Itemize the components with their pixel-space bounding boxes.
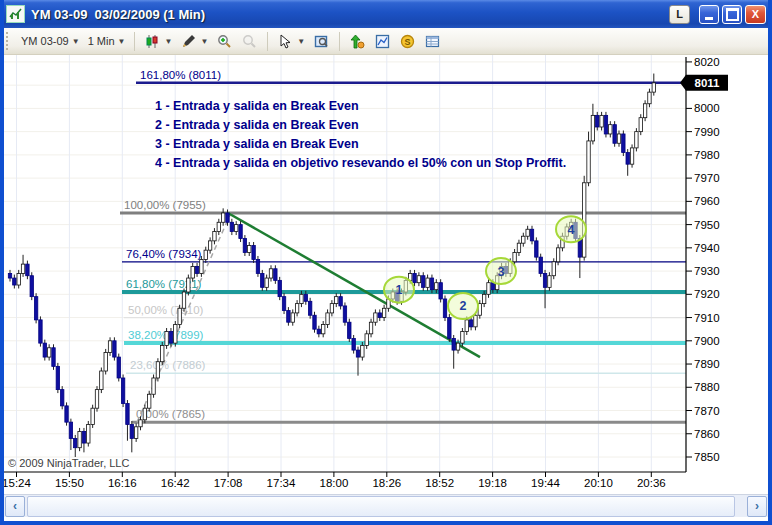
candle-body [617, 134, 620, 143]
candle-body [274, 269, 277, 281]
chart-trader-icon [349, 33, 366, 50]
candle-body [343, 306, 346, 322]
minimize-button[interactable] [699, 5, 719, 24]
fib-label-23-60: 23,60% (7886) [130, 359, 206, 371]
candle-body [539, 257, 542, 273]
marker-label-1: 1 [396, 283, 403, 297]
candle-body [217, 222, 220, 231]
x-tick-label: 20:10 [584, 477, 613, 489]
candle-body [187, 278, 190, 292]
candle-body [269, 269, 272, 278]
candle-body [39, 320, 42, 343]
toolbar: YM 03-09 ▼ 1 Min ▼ ▼ ▼ [0, 28, 772, 55]
candle-body [143, 408, 146, 420]
candle-body [21, 264, 24, 273]
annotation-text: 2 - Entrada y salida en Break Even [155, 118, 359, 132]
data-box-icon [313, 33, 330, 50]
candle-body [365, 334, 368, 346]
candle-body [487, 283, 490, 295]
candle-body [469, 320, 472, 327]
horizontal-scrollbar[interactable]: ‹ › [4, 494, 768, 517]
data-grid-button[interactable] [420, 31, 445, 52]
candle-body [152, 378, 155, 394]
candle-body [382, 308, 385, 317]
candle-body [417, 276, 420, 283]
chart-window-icon [374, 33, 391, 50]
cursor-button[interactable]: ▼ [273, 31, 309, 52]
candle-body [339, 297, 342, 306]
candle-body [356, 350, 359, 357]
instrument-selector[interactable]: YM 03-09 ▼ [17, 33, 84, 49]
account-dollar-button[interactable]: S [395, 31, 420, 52]
chart-trader-button[interactable] [345, 31, 370, 52]
y-tick-label: 7870 [694, 405, 720, 417]
maximize-button[interactable] [722, 5, 742, 24]
candle-body [513, 252, 516, 261]
candle-body [648, 92, 651, 104]
candle-body [517, 243, 520, 252]
scroll-left-button[interactable]: ‹ [5, 496, 25, 517]
chart-area[interactable]: 161,80% (8011)100,00% (7955)76,40% (7934… [4, 55, 768, 493]
candle-body [26, 264, 29, 276]
x-tick-label: 18:00 [320, 477, 349, 489]
candle-body [174, 325, 177, 344]
candle-body [522, 236, 525, 243]
x-tick-label: 19:44 [531, 477, 560, 489]
candle-body [78, 431, 81, 447]
candle-body [208, 241, 211, 250]
zoom-in-button[interactable] [212, 31, 237, 52]
toolbar-grip[interactable] [6, 32, 12, 50]
y-tick-label: 7890 [694, 358, 720, 370]
price-chart-canvas[interactable]: 161,80% (8011)100,00% (7955)76,40% (7934… [4, 55, 768, 493]
candle-body [378, 313, 381, 318]
candle-body [87, 424, 90, 443]
candle-body [282, 297, 285, 311]
toolbar-separator [134, 32, 135, 51]
candle-body [200, 259, 203, 273]
zoom-out-button[interactable] [237, 31, 262, 52]
candle-body [261, 273, 264, 287]
candle-body [474, 315, 477, 327]
candle-body [326, 313, 329, 325]
candle-body [530, 229, 533, 241]
candle-body [13, 278, 16, 285]
chart-style-button[interactable]: ▼ [140, 31, 176, 52]
candle-body [604, 115, 607, 134]
candle-body [639, 118, 642, 132]
interval-selector[interactable]: 1 Min ▼ [84, 33, 130, 49]
y-tick-label: 7900 [694, 335, 720, 347]
annotation-text: 3 - Entrada y salida en Break Even [155, 137, 359, 151]
chevron-down-icon: ▼ [164, 37, 172, 46]
close-button[interactable]: X [745, 5, 766, 24]
candle-body [243, 239, 246, 253]
copyright-label: © 2009 NinjaTrader, LLC [8, 457, 129, 469]
candle-body [95, 390, 98, 409]
candle-body [182, 292, 185, 308]
link-button[interactable]: L [669, 5, 690, 24]
candle-body [130, 424, 133, 438]
scrollbar-thumb[interactable] [27, 496, 735, 517]
candle-body [169, 332, 172, 344]
candle-body [248, 246, 251, 253]
candle-body [456, 343, 459, 350]
y-tick-label: 7920 [694, 288, 720, 300]
zoom-out-icon [241, 33, 258, 50]
scroll-right-button[interactable]: › [747, 496, 767, 517]
candle-body [52, 348, 55, 367]
x-tick-label: 15:24 [4, 477, 31, 489]
minimize-icon [705, 17, 713, 20]
marker-label-3: 3 [498, 265, 505, 279]
annotation-text: 1 - Entrada y salida en Break Even [155, 99, 359, 113]
candle-body [652, 83, 655, 92]
title-bar[interactable]: YM 03-09 03/02/2009 (1 Min) L X [0, 0, 772, 28]
y-tick-label: 7990 [694, 126, 720, 138]
data-box-button[interactable] [309, 31, 334, 52]
chevron-down-icon: ▼ [297, 37, 305, 46]
drawing-tools-button[interactable]: ▼ [176, 31, 212, 52]
candle-body [91, 408, 94, 424]
candle-body [34, 297, 37, 320]
candle-body [226, 213, 229, 222]
candle-body [165, 332, 168, 346]
chart-window-button[interactable] [370, 31, 395, 52]
candle-body [139, 420, 142, 427]
